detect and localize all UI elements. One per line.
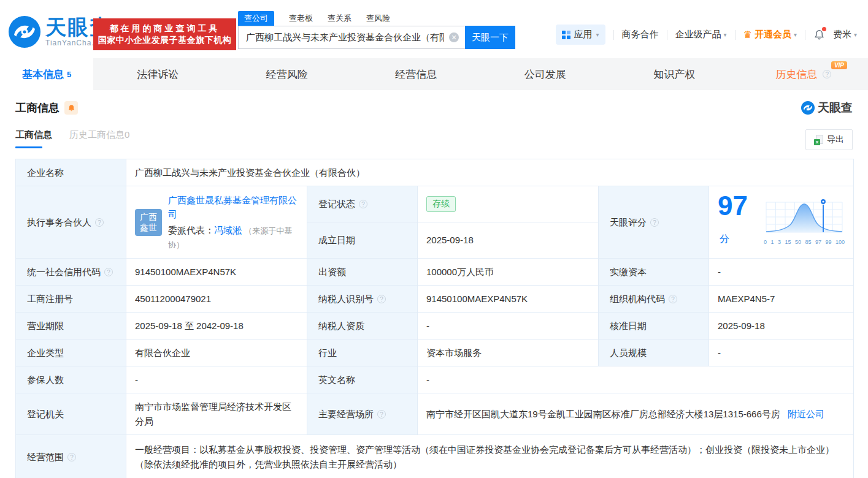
open-vip-label: 开通会员	[755, 29, 791, 40]
field-value-reg-number: 450112000479021	[126, 286, 307, 313]
subtab-business-info[interactable]: 工商信息	[15, 129, 52, 148]
tianyancha-logo-icon	[9, 16, 40, 48]
search-tab-relation[interactable]: 查关系	[328, 11, 351, 26]
field-value-contribution: 100000万人民币	[418, 259, 599, 286]
field-label-reg-number: 工商注册号	[16, 286, 126, 313]
chevron-down-icon: ▾	[596, 31, 599, 38]
enterprise-products-menu[interactable]: 企业级产品 ▾	[675, 29, 727, 40]
help-icon[interactable]	[95, 218, 104, 227]
tab-company-development[interactable]: 公司发展	[481, 58, 610, 90]
field-label-tyc-score: 天眼评分	[599, 186, 709, 259]
tab-operating-info-label: 经营信息	[395, 67, 437, 82]
tab-history-info-label: 历史信息	[775, 67, 817, 82]
field-value-approval-date: 2025-09-18	[709, 313, 854, 340]
search-tab-company[interactable]: 查公司	[238, 11, 274, 26]
notification-dot	[822, 27, 826, 31]
field-value-industry: 资本市场服务	[418, 340, 599, 366]
rep-label: 委派代表：	[168, 225, 214, 235]
field-label-reg-authority: 登记机关	[16, 393, 126, 435]
partner-avatar[interactable]: 广西鑫世	[135, 209, 162, 236]
tab-company-development-label: 公司发展	[524, 67, 566, 82]
score-axis-labels: 01 315 5085 9799 100	[764, 238, 845, 247]
bell-icon	[67, 104, 75, 112]
field-label-staff-size: 人员规模	[599, 340, 709, 366]
field-label-org-code: 组织机构代码	[599, 286, 709, 313]
help-icon[interactable]	[650, 218, 659, 227]
apps-menu[interactable]: 应用 ▾	[556, 25, 605, 45]
field-label-executive-partner: 执行事务合伙人	[16, 186, 126, 259]
section-title: 工商信息	[15, 101, 60, 115]
notification-bell[interactable]	[813, 29, 825, 40]
menu-divider	[667, 30, 667, 40]
tab-operating-info[interactable]: 经营信息	[351, 58, 481, 90]
field-label-approval-date: 核准日期	[599, 313, 709, 340]
slogan-line2: 国家中小企业发展子基金旗下机构	[93, 34, 236, 46]
rep-name-link[interactable]: 冯域淞	[214, 225, 242, 235]
open-vip-menu[interactable]: ♛ 开通会员 ▾	[743, 29, 797, 40]
username: 费米	[833, 29, 851, 40]
field-value-executive-partner: 广西鑫世 广西鑫世晟私募基金管理有限公司 委派代表：冯域淞 （来源于中基协）	[126, 186, 307, 259]
tab-history-info[interactable]: VIP 历史信息	[739, 58, 868, 90]
field-label-industry: 行业	[307, 340, 418, 366]
brand-slogan: 都在用的商业查询工具 国家中小企业发展子基金旗下机构	[93, 18, 236, 50]
export-button[interactable]: x 导出	[805, 129, 853, 150]
field-label-business-term: 营业期限	[16, 313, 126, 340]
field-value-company-name: 广西柳工战兴与未来产业投资基金合伙企业（有限合伙）	[126, 159, 854, 186]
help-icon[interactable]	[359, 200, 367, 208]
section-corner-logo: 天眼查	[801, 100, 853, 116]
menu-divider	[735, 30, 735, 40]
field-value-taxpayer-id: 91450100MAEXP4N57K	[418, 286, 599, 313]
chevron-down-icon: ▾	[724, 31, 727, 38]
tab-legal[interactable]: 法律诉讼	[93, 58, 223, 90]
search-button[interactable]: 天眼一下	[465, 26, 515, 49]
field-label-company-name: 企业名称	[16, 159, 126, 186]
tab-operating-risk[interactable]: 经营风险	[223, 58, 352, 90]
search-tab-boss[interactable]: 查老板	[289, 11, 313, 26]
apps-grid-icon	[562, 31, 570, 39]
help-icon[interactable]	[104, 268, 113, 276]
tab-intellectual-property[interactable]: 知识产权	[610, 58, 739, 90]
field-label-company-type: 企业类型	[16, 340, 126, 366]
monitor-bell-button[interactable]	[64, 101, 78, 115]
field-label-business-scope: 经营范围	[16, 435, 126, 478]
field-label-taxpayer-quality: 纳税人资质	[307, 313, 418, 340]
active-underline	[15, 146, 42, 148]
score-number: 97分	[718, 192, 756, 252]
search-input[interactable]	[238, 26, 465, 49]
field-value-insured-count: -	[126, 366, 307, 393]
field-value-establish-date: 2025-09-18	[418, 222, 599, 259]
help-icon[interactable]	[377, 295, 386, 303]
tab-intellectual-property-label: 知识产权	[653, 67, 695, 82]
crown-icon: ♛	[743, 29, 752, 40]
help-icon[interactable]	[823, 70, 831, 78]
top-header: 天眼查 TianYanCha.com 都在用的商业查询工具 国家中小企业发展子基…	[0, 0, 868, 58]
help-icon[interactable]	[377, 410, 386, 419]
business-cooperation-link[interactable]: 商务合作	[622, 29, 659, 40]
tab-basic-info-label: 基本信息	[22, 67, 64, 82]
field-value-business-term: 2025-09-18 至 2042-09-18	[126, 313, 307, 340]
corner-logo-text: 天眼查	[818, 100, 853, 116]
excel-icon: x	[814, 135, 823, 145]
chevron-down-icon: ▾	[854, 31, 857, 38]
clear-search-icon[interactable]	[449, 32, 459, 42]
slogan-line1: 都在用的商业查询工具	[93, 23, 236, 34]
user-menu[interactable]: 费米 ▾	[833, 29, 857, 40]
field-label-paid-capital: 实缴资本	[599, 259, 709, 286]
apps-label: 应用	[574, 29, 593, 40]
field-label-insured-count: 参保人数	[16, 366, 126, 393]
subtab-business-info-label: 工商信息	[15, 129, 52, 140]
search-tab-risk[interactable]: 查风险	[366, 11, 390, 26]
field-label-contribution: 出资额	[307, 259, 418, 286]
partner-company-link[interactable]: 广西鑫世晟私募基金管理有限公司	[168, 195, 297, 219]
company-page-tabs: 基本信息 5 法律诉讼 经营风险 经营信息 公司发展 知识产权 VIP 历史信息	[0, 58, 868, 90]
help-icon[interactable]	[669, 295, 677, 303]
tab-basic-info[interactable]: 基本信息 5	[0, 58, 93, 90]
field-value-tyc-score[interactable]: 97分	[709, 186, 854, 259]
subtab-history-business-info[interactable]: 历史工商信息0	[69, 129, 129, 141]
help-icon[interactable]	[67, 453, 76, 461]
field-label-english-name: 英文名称	[307, 366, 418, 393]
nearby-companies-link[interactable]: 附近公司	[788, 409, 824, 419]
menu-divider	[805, 30, 805, 40]
menu-divider	[613, 30, 614, 40]
field-value-staff-size: -	[709, 340, 854, 366]
